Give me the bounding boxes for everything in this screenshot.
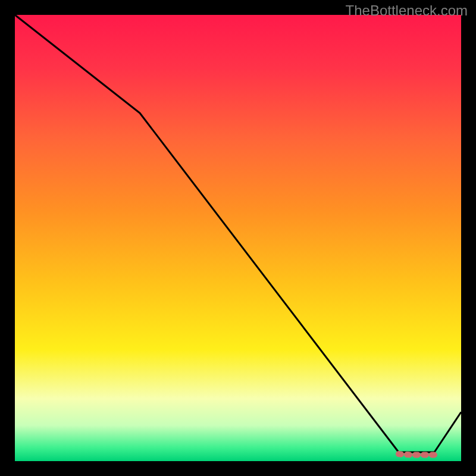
watermark-text: TheBottleneck.com (346, 2, 468, 19)
chart-svg (0, 0, 476, 476)
chart-container: TheBottleneck.com (0, 0, 476, 476)
plot-area (15, 15, 461, 461)
